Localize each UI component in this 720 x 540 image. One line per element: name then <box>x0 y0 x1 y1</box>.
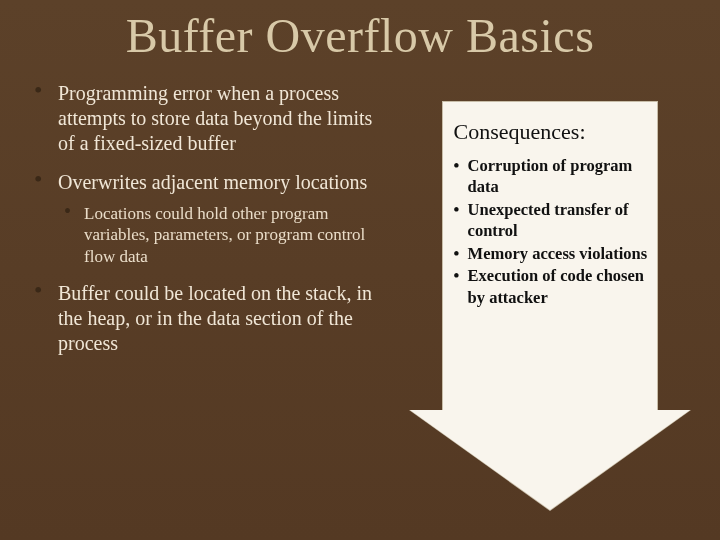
bullet-text: Overwrites adjacent memory locations <box>58 171 367 193</box>
left-column: Programming error when a process attempt… <box>30 81 386 521</box>
bullet-item: Overwrites adjacent memory locations Loc… <box>30 170 386 267</box>
right-column: Consequences: Corruption of program data… <box>404 81 694 521</box>
consequences-heading: Consequences: <box>454 119 650 145</box>
sub-bullet-list: Locations could hold other program varia… <box>58 203 386 267</box>
slide: Buffer Overflow Basics Programming error… <box>0 0 720 540</box>
main-bullet-list: Programming error when a process attempt… <box>30 81 386 356</box>
bullet-item: Programming error when a process attempt… <box>30 81 386 156</box>
consequence-item: Unexpected transfer of control <box>454 199 650 242</box>
content-row: Programming error when a process attempt… <box>30 81 690 521</box>
sub-bullet-item: Locations could hold other program varia… <box>58 203 386 267</box>
consequences-list: Corruption of program data Unexpected tr… <box>454 155 650 308</box>
slide-title: Buffer Overflow Basics <box>30 8 690 63</box>
consequence-item: Memory access violations <box>454 243 650 264</box>
down-arrow-shape: Consequences: Corruption of program data… <box>410 101 690 521</box>
consequence-item: Execution of code chosen by attacker <box>454 265 650 308</box>
arrow-content: Consequences: Corruption of program data… <box>454 119 650 309</box>
bullet-item: Buffer could be located on the stack, in… <box>30 281 386 356</box>
consequence-item: Corruption of program data <box>454 155 650 198</box>
arrow-head <box>410 410 690 510</box>
